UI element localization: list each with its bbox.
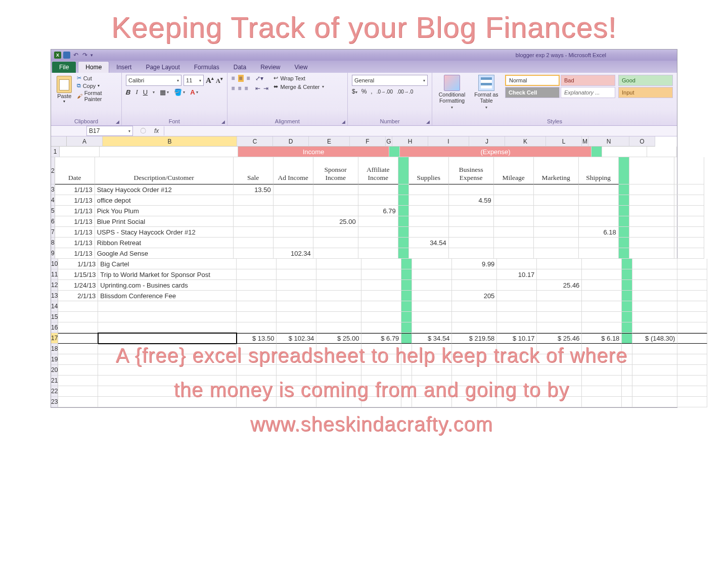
cell-desc[interactable]: Uprinting.com - Busines cards <box>98 280 237 291</box>
cell-O[interactable] <box>674 195 704 206</box>
gap-col[interactable] <box>619 206 629 216</box>
cell-empty[interactable] <box>412 397 452 407</box>
cell-empty[interactable] <box>316 301 361 312</box>
cell-ad[interactable] <box>274 195 313 206</box>
cell-empty[interactable] <box>537 354 582 365</box>
cell-O[interactable] <box>677 269 707 280</box>
font-color-button[interactable]: A▾ <box>190 88 198 96</box>
cell-empty[interactable] <box>582 376 622 386</box>
cell-empty[interactable] <box>582 344 622 354</box>
cell-empty[interactable] <box>361 365 401 376</box>
cell-mileage[interactable]: 10.17 <box>497 269 537 280</box>
cell-empty[interactable] <box>622 376 632 386</box>
cell-N[interactable] <box>629 184 674 195</box>
gap-col-G[interactable] <box>389 147 400 157</box>
insert-function-icon[interactable]: 〇 <box>140 127 146 135</box>
cell-empty[interactable] <box>632 354 677 365</box>
redo-icon[interactable]: ↷ <box>81 52 88 59</box>
cell-aff[interactable] <box>361 291 401 301</box>
field-header-sale[interactable]: Sale <box>234 157 274 184</box>
cell-empty[interactable] <box>622 354 632 365</box>
cell-empty[interactable] <box>98 386 237 397</box>
cell-sale[interactable] <box>234 238 274 248</box>
cell-empty[interactable] <box>58 397 98 407</box>
cell-empty[interactable] <box>582 301 622 312</box>
cell-empty[interactable] <box>237 312 277 322</box>
cell-empty[interactable] <box>401 376 412 386</box>
decrease-indent-icon[interactable]: ⇤ <box>255 85 260 92</box>
cell-marketing[interactable] <box>534 184 579 195</box>
cell-empty[interactable] <box>632 344 677 354</box>
name-box[interactable]: B17▾ <box>86 126 133 136</box>
gap-col[interactable] <box>398 238 409 248</box>
cell-O[interactable] <box>674 238 704 248</box>
cell-supplies[interactable] <box>409 227 449 238</box>
cell-aff[interactable] <box>361 269 401 280</box>
cell-empty[interactable] <box>452 365 497 376</box>
gap-col[interactable] <box>398 157 409 184</box>
style-input[interactable]: Input <box>618 87 673 98</box>
formula-input[interactable] <box>164 126 677 135</box>
total-aff[interactable]: $ 6.79 <box>361 333 401 344</box>
gap-col[interactable] <box>398 248 409 259</box>
cell-empty[interactable] <box>497 312 537 322</box>
cell-biz[interactable]: 4.59 <box>449 195 494 206</box>
cell-O[interactable] <box>674 206 704 216</box>
dialog-launcher-icon[interactable]: ◢ <box>116 119 119 124</box>
cell-empty[interactable] <box>622 386 632 397</box>
cell-empty[interactable] <box>537 376 582 386</box>
cell-empty[interactable] <box>401 354 412 365</box>
cell-marketing[interactable] <box>534 248 579 259</box>
cell-sale[interactable] <box>237 269 277 280</box>
row-header-7[interactable]: 7 <box>51 227 55 238</box>
cell-sale[interactable] <box>237 291 277 301</box>
cell-empty[interactable] <box>401 344 412 354</box>
cell-empty[interactable] <box>677 301 707 312</box>
cell-mileage[interactable] <box>494 184 534 195</box>
cell-sale[interactable] <box>234 227 274 238</box>
cell-desc[interactable]: Trip to World Market for Sponsor Post <box>98 269 237 280</box>
chevron-down-icon[interactable]: ▾ <box>55 99 74 104</box>
cell-marketing[interactable] <box>534 216 579 227</box>
field-header-aff[interactable]: Affiliate Income <box>358 157 398 184</box>
cell-shipping[interactable] <box>579 184 619 195</box>
tab-page-layout[interactable]: Page Layout <box>139 62 187 73</box>
cell-empty[interactable] <box>452 354 497 365</box>
cell-ad[interactable] <box>277 269 316 280</box>
undo-icon[interactable]: ↶ <box>72 52 79 59</box>
cell-desc[interactable]: Stacy Haycock Order #12 <box>95 184 234 195</box>
cell-supplies[interactable]: 34.54 <box>409 238 449 248</box>
cell-N[interactable] <box>629 248 674 259</box>
cell-empty[interactable] <box>58 301 98 312</box>
cell-empty[interactable] <box>632 312 677 322</box>
cell-biz[interactable] <box>452 280 497 291</box>
cell-empty[interactable] <box>237 386 277 397</box>
cell-empty[interactable] <box>58 386 98 397</box>
cell-empty[interactable] <box>361 386 401 397</box>
cell-empty[interactable] <box>677 376 707 386</box>
cell-empty[interactable] <box>98 376 237 386</box>
cell-styles-gallery[interactable]: Normal Bad Check Cell Explanatory ... <box>505 75 615 98</box>
column-header-B[interactable]: B <box>103 136 237 147</box>
cell-empty[interactable] <box>412 322 452 333</box>
row-header-21[interactable]: 21 <box>51 376 58 386</box>
cell-date[interactable]: 2/1/13 <box>58 291 98 301</box>
style-bad[interactable]: Bad <box>561 75 615 86</box>
cell-biz[interactable] <box>449 184 494 195</box>
cell-empty[interactable] <box>98 397 237 407</box>
row-header-16[interactable]: 16 <box>51 322 58 333</box>
shrink-font-icon[interactable]: A▾ <box>216 76 223 85</box>
gap-col[interactable] <box>401 291 412 301</box>
cell-sponsor[interactable] <box>313 195 358 206</box>
cell-sale[interactable] <box>234 206 274 216</box>
cell-empty[interactable] <box>401 386 412 397</box>
row-header-13[interactable]: 13 <box>51 291 58 301</box>
wrap-text-button[interactable]: ↩Wrap Text <box>274 75 325 81</box>
cell-supplies[interactable] <box>409 195 449 206</box>
cell-empty[interactable] <box>412 386 452 397</box>
cell-ad[interactable] <box>274 206 313 216</box>
column-header-O[interactable]: O <box>629 136 655 147</box>
sheet-grid[interactable]: ABCDEFGHIJKLMNO1Income(Expense)2DateDesc… <box>51 136 677 407</box>
cell-empty[interactable] <box>58 354 98 365</box>
percent-button[interactable]: % <box>361 88 367 95</box>
